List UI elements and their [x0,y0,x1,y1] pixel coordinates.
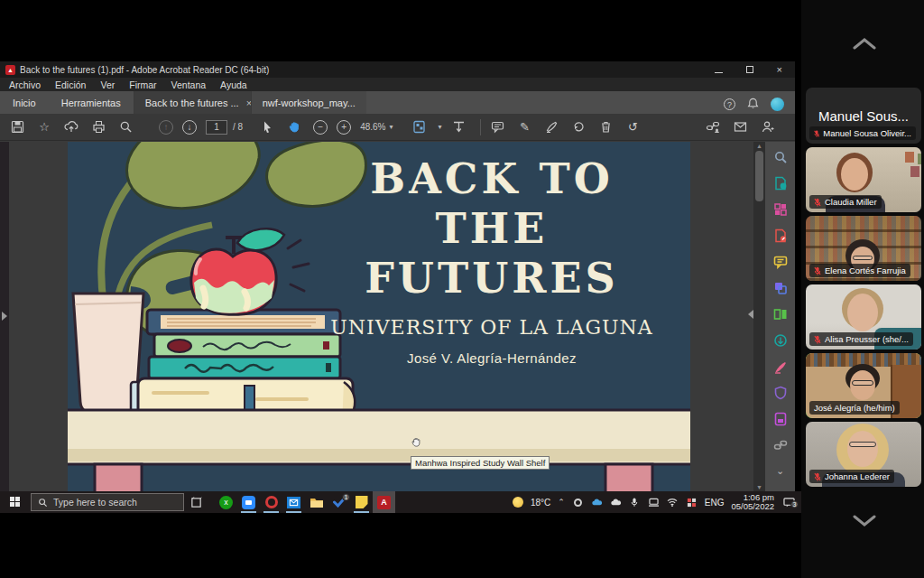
taskbar-xbox-icon[interactable]: x [215,491,237,513]
page-number-input[interactable]: 1 [206,120,227,135]
scroll-participants-up-icon[interactable] [853,38,873,48]
hand-tool-icon[interactable] [286,119,302,135]
zoom-level-value[interactable]: 48.6% [360,122,385,132]
start-button[interactable] [0,491,31,513]
account-avatar[interactable] [771,98,784,111]
tool-protect-icon[interactable] [772,385,788,400]
share-link-icon[interactable] [705,119,721,135]
menu-firmar[interactable]: Firmar [129,79,156,90]
collapse-tools-arrow-icon[interactable] [748,310,753,319]
tool-combine-files-icon[interactable] [772,280,788,295]
taskbar-zoom-icon[interactable] [237,491,260,513]
tool-more-icon[interactable] [772,411,788,426]
participant-tile-manuel[interactable]: Manuel Sous... Manuel Sousa Oliveir... [806,88,921,144]
restore-button[interactable] [746,64,753,75]
menu-edicion[interactable]: Edición [55,79,86,90]
search-icon[interactable] [117,119,134,135]
scroll-up-icon[interactable]: ▲ [756,143,762,149]
taskbar-sticky-notes-icon[interactable] [350,491,373,513]
zoom-in-icon[interactable]: + [337,120,351,135]
select-cursor-icon[interactable] [259,119,275,135]
tool-link-icon[interactable] [772,437,788,452]
tray-cloud-icon[interactable] [610,497,622,508]
muted-mic-icon [814,129,819,138]
bell-icon[interactable] [747,98,759,111]
adobe-pdf-icon: ▲ [5,65,15,75]
language-indicator[interactable]: ENG [705,498,725,508]
participant-tile-alisa[interactable]: Alisa Preusser (she/... [806,284,921,350]
participant-tile-elena[interactable]: Elena Cortés Farrujia [806,216,921,281]
scroll-down-icon[interactable]: ▼ [756,484,762,490]
tooltip: Manhwa Inspired Study Wall Shelf [411,456,550,470]
navigation-pane-strip[interactable] [0,142,9,491]
zoom-out-icon[interactable]: − [313,120,328,135]
menu-ayuda[interactable]: Ayuda [220,79,247,90]
print-icon[interactable] [90,119,106,135]
tab-document-nwf-workshop[interactable]: nwf-workshop_may... [251,91,366,114]
close-button[interactable]: × [777,64,782,75]
page-total-label: / 8 [233,122,243,132]
tool-compress-pdf-icon[interactable] [772,332,788,348]
taskbar-mail-icon[interactable] [282,491,305,513]
delete-trash-icon[interactable] [598,119,614,135]
temperature-label[interactable]: 18°C [531,498,550,508]
tool-export-pdf-icon[interactable] [772,175,788,191]
save-icon[interactable] [9,119,25,135]
ink-signature-icon[interactable] [544,119,560,135]
tab-document-back-to-the-futures[interactable]: Back to the futures ... × [134,91,251,114]
menu-archivo[interactable]: Archivo [9,79,41,90]
page-view-icon[interactable] [411,119,428,135]
tray-onedrive-icon[interactable] [591,497,603,508]
weather-icon[interactable] [513,497,523,508]
stamp-rotate-icon[interactable] [571,119,587,135]
tray-device-icon[interactable] [648,497,660,508]
zoom-caret-icon[interactable]: ▾ [389,123,393,131]
participant-tile-johanna[interactable]: Johanna Lederer [806,422,921,487]
taskbar-file-explorer-icon[interactable] [305,491,328,513]
tools-overflow-chevron-icon[interactable]: ⌄ [772,463,788,479]
tab-inicio[interactable]: Inicio [0,93,49,114]
tray-microphone-icon[interactable] [629,497,641,508]
tray-wifi-icon[interactable] [667,497,679,508]
taskbar-clock[interactable]: 1:06 pm 05/05/2022 [731,493,774,512]
open-pane-arrow-icon[interactable] [2,312,7,321]
star-favorites-icon[interactable]: ☆ [36,119,52,135]
tool-search-icon[interactable] [772,149,788,164]
participant-tile-claudia[interactable]: Claudia Miller [806,147,921,212]
vertical-scrollbar[interactable]: ▲ ▼ [753,142,765,491]
scrollbar-thumb[interactable] [755,151,763,201]
tool-comment-icon[interactable] [772,254,788,269]
toolbar: ☆ ↑ ↓ 1 / 8 − + 48.6% ▾ ▾ ✎ ↺ [0,114,795,141]
highlight-pen-icon[interactable]: ✎ [517,119,533,135]
taskbar-acrobat-icon[interactable]: A [373,491,395,513]
share-cloud-icon[interactable] [63,119,79,135]
email-icon[interactable] [732,119,748,135]
pdf-page-canvas[interactable]: BACK TO THE FUTURES UNIVERSITY OF LA LAG… [68,142,690,491]
tool-organize-pages-icon[interactable] [772,306,788,322]
taskbar-todo-icon[interactable]: 1 [328,491,350,513]
scroll-participants-down-icon[interactable] [853,515,873,525]
tool-edit-pdf-icon[interactable] [772,228,788,243]
next-page-icon[interactable]: ↓ [182,120,197,135]
tool-create-pdf-icon[interactable] [772,201,788,217]
undo-icon[interactable]: ↺ [625,119,642,135]
help-icon[interactable]: ? [724,98,735,110]
comment-icon[interactable] [490,119,506,135]
menu-ventana[interactable]: Ventana [171,79,207,90]
tray-expand-chevron-icon[interactable]: ⌃ [558,498,565,507]
tray-opera-icon[interactable] [572,497,584,508]
task-view-button[interactable] [184,491,208,513]
minimize-button[interactable] [715,64,723,75]
previous-page-icon[interactable]: ↑ [159,120,173,135]
tray-notification-app-icon[interactable] [686,497,698,508]
taskbar-search-input[interactable]: Type here to search [31,493,184,511]
menu-ver[interactable]: Ver [100,79,115,90]
tab-herramientas[interactable]: Herramientas [49,93,134,114]
taskbar-opera-icon[interactable] [260,491,282,513]
participant-tile-jose-active-speaker[interactable]: José Alegría (he/him) [806,353,921,418]
sign-in-user-icon[interactable] [759,119,775,135]
page-view-caret-icon[interactable]: ▾ [439,123,442,131]
action-center-icon[interactable]: 3 [781,496,796,508]
fit-width-icon[interactable] [451,119,467,135]
tool-fill-sign-icon[interactable] [772,359,788,374]
